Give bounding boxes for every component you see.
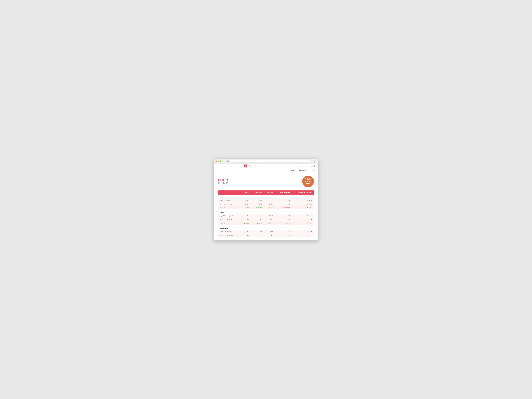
group-header-google: google [218,195,314,198]
view-toggle-button[interactable] [226,160,228,162]
forward-button[interactable]: › [224,160,225,162]
table-row: Aug 01 '16 - Aug 31 '16 4,730 4,147 11,5… [218,214,314,218]
logo-bottom: SAMPLE [218,182,233,184]
search-input[interactable] [252,165,269,167]
more-button[interactable]: ▾ ▾ More [308,169,316,171]
notifications-icon[interactable] [301,165,303,167]
table-row: Jul 01 '16 - Jul 31 '16 558 170 2,121 1.… [218,233,314,237]
logo-circle-text: YOURLOGOHERE [305,178,311,185]
table-row: Jul 01 '16 - Jul 31 '16 4,369 3,852 9,71… [218,218,314,222]
maximize-button[interactable] [219,160,221,162]
share-icon[interactable]: ⬆ [311,160,312,162]
close-button[interactable] [215,160,217,162]
minimize-button[interactable] [217,160,219,162]
group-header-direct: (direct) [218,210,314,214]
svg-point-3 [298,165,299,166]
toolbar-right [298,165,316,167]
titlebar-actions: ⬆ ⧉ + [311,160,317,162]
nav-buttons: ‹ › [222,160,225,162]
settings-icon[interactable] [308,165,310,167]
globe-icon[interactable] [304,165,306,167]
logo-text: LOGO SAMPLE [218,178,233,184]
address-bar[interactable] [230,160,310,163]
data-table: Users New Users Sessions Bounce rate (%)… [218,190,314,237]
window-icon[interactable] [311,165,313,167]
table-row: Jul 01 '16 - Jul 31 '16 11,218 10,086 17… [218,202,314,206]
content-area: LOGO SAMPLE YOURLOGOHERE Users New Users… [214,172,318,241]
col-label [218,190,239,195]
download-button[interactable]: ⬇ ⬇ Download [296,169,308,171]
traffic-lights [215,160,221,162]
logo-top: LOGO [218,178,233,182]
logout-icon[interactable] [314,165,316,167]
table-change-row-google: % change ▲ 24.39% ▲ 26.13% ▲ 23.46% ▼ -3… [218,206,314,209]
col-bounce: Bounce rate (%) [275,190,292,195]
group-header-facebook: facebook.com [218,226,314,230]
app-toolbar: + 🔍 [214,164,318,168]
action-bar: ✉ ✉ Send ⬇ ⬇ Download ▾ ▾ More [214,168,318,172]
back-button[interactable]: ‹ [222,160,223,162]
table-row: Aug 01 '16 - Aug 31 '16 13,954 12,721 22… [218,198,314,202]
table-header-row: Users New Users Sessions Bounce rate (%)… [218,190,314,195]
more-icon: ▾ [309,169,310,171]
users-icon[interactable] [298,165,300,167]
add-button[interactable]: + [244,165,247,167]
svg-point-8 [309,166,309,166]
browser-titlebar: ‹ › ⬆ ⧉ + [214,159,318,164]
search-icon: 🔍 [249,165,251,167]
col-users: Users [239,190,251,195]
col-new-users: New Users [251,190,263,195]
table-row: Aug 01 '16 - Aug 31 '16 665 188 2,254 1.… [218,230,314,234]
svg-rect-2 [227,161,228,162]
download-icon: ⬇ [297,169,298,171]
svg-rect-1 [227,161,228,161]
duplicate-icon[interactable]: ⧉ [313,160,315,162]
logo-circle: YOURLOGOHERE [302,176,314,187]
logo-section: LOGO SAMPLE YOURLOGOHERE [218,176,314,187]
table-change-row-direct: % change ▲ 8.26% ▲ 7.66% ▲ 19.25% ▲ 36.2… [218,222,314,225]
svg-point-4 [299,165,300,166]
search-bar[interactable]: 🔍 [248,165,270,167]
send-button[interactable]: ✉ ✉ Send [286,169,295,171]
col-avg-session: Avg Session Duration [292,190,314,195]
browser-window: ‹ › ⬆ ⧉ + + 🔍 [214,159,318,241]
col-sessions: Sessions [263,190,275,195]
svg-rect-9 [311,165,313,167]
new-tab-icon[interactable]: + [315,160,317,162]
send-icon: ✉ [288,169,289,171]
